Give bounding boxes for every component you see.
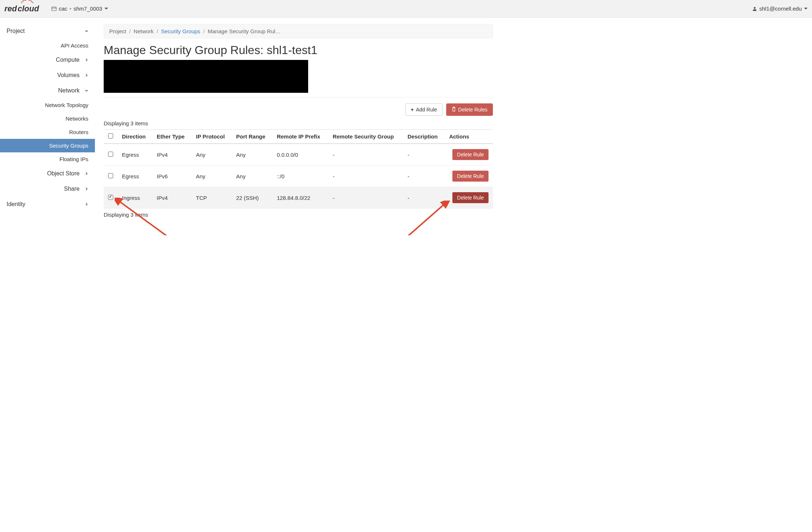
table-row: EgressIPv4AnyAny0.0.0.0/0--Delete Rule [104, 144, 493, 166]
nav-network-topology[interactable]: Network Topology [0, 98, 95, 112]
plus-icon: + [411, 107, 414, 113]
chevron-down-icon [85, 89, 88, 92]
col-direction[interactable]: Direction [118, 130, 152, 144]
cell-remote-ip: ::/0 [272, 166, 328, 187]
cell-port-range: Any [232, 144, 272, 166]
project-domain: cac [59, 5, 67, 12]
crumb-sep: / [203, 28, 205, 34]
row-checkbox[interactable] [108, 173, 113, 178]
nav-identity[interactable]: Identity [0, 197, 95, 212]
delete-rules-button[interactable]: Delete Rules [446, 103, 493, 116]
col-remote-ip[interactable]: Remote IP Prefix [272, 130, 328, 144]
add-rule-button[interactable]: + Add Rule [405, 103, 443, 116]
cloud-icon [20, 0, 35, 5]
col-port-range[interactable]: Port Range [232, 130, 272, 144]
chevron-right-icon [85, 202, 88, 206]
cell-description: - [403, 166, 445, 187]
crumb-network[interactable]: Network [134, 28, 154, 34]
nav-api-access[interactable]: API Access [0, 39, 95, 52]
crumb-security-groups[interactable]: Security Groups [161, 28, 200, 34]
cell-ether-type: IPv4 [152, 144, 191, 166]
nav-security-groups[interactable]: Security Groups [0, 139, 95, 152]
cell-remote-ip: 0.0.0.0/0 [272, 144, 328, 166]
nav-networks[interactable]: Networks [0, 112, 95, 125]
cell-remote-ip: 128.84.8.0/22 [272, 187, 328, 209]
nav-floating-ips[interactable]: Floating IPs [0, 152, 95, 166]
cell-remote-sg: - [328, 166, 403, 187]
cell-port-range: 22 (SSH) [232, 187, 272, 209]
nav-object-store[interactable]: Object Store [0, 166, 95, 181]
cell-remote-sg: - [328, 144, 403, 166]
chevron-right-icon [85, 58, 88, 62]
chevron-down-icon [85, 29, 88, 33]
select-all-checkbox[interactable] [108, 133, 113, 138]
redacted-block [104, 60, 308, 93]
logo-text-cloud-label: cloud [18, 4, 39, 13]
crumb-sep: / [129, 28, 131, 34]
svg-rect-0 [52, 7, 56, 11]
annotation-arrow-left [115, 198, 173, 235]
chevron-right-icon [85, 187, 88, 191]
nav-compute-label: Compute [56, 57, 80, 63]
col-ether-type[interactable]: Ether Type [152, 130, 191, 144]
col-description[interactable]: Description [403, 130, 445, 144]
nav-volumes[interactable]: Volumes [0, 68, 95, 83]
nav-share[interactable]: Share [0, 181, 95, 197]
project-sep: • [69, 5, 71, 12]
caret-down-icon [804, 8, 808, 10]
user-menu[interactable]: shl1@cornell.edu [752, 5, 808, 12]
svg-line-3 [118, 201, 169, 235]
chevron-right-icon [85, 172, 88, 175]
crumb-sep: / [157, 28, 158, 34]
project-name: shm7_0003 [74, 5, 102, 12]
breadcrumb: Project / Network / Security Groups / Ma… [104, 24, 493, 38]
display-count-top: Displaying 3 items [104, 120, 493, 126]
cell-direction: Egress [118, 144, 152, 166]
delete-rule-button[interactable]: Delete Rule [452, 149, 489, 160]
logo-text-red: red [4, 4, 17, 14]
main: Project / Network / Security Groups / Ma… [95, 18, 497, 235]
annotation-layer: Displaying 3 items Select the rule to de… [104, 212, 493, 218]
nav-project-label: Project [7, 28, 25, 34]
divider [104, 97, 493, 98]
rules-table: Direction Ether Type IP Protocol Port Ra… [104, 129, 493, 209]
table-row: EgressIPv6AnyAny::/0--Delete Rule [104, 166, 493, 187]
cell-ether-type: IPv6 [152, 166, 191, 187]
user-label: shl1@cornell.edu [759, 5, 802, 12]
table-header-row: Direction Ether Type IP Protocol Port Ra… [104, 130, 493, 144]
svg-point-2 [754, 7, 755, 9]
nav-routers[interactable]: Routers [0, 125, 95, 139]
nav-project[interactable]: Project [0, 23, 95, 39]
page-title: Manage Security Group Rules: shl1-test1 [104, 43, 493, 57]
col-ip-protocol[interactable]: IP Protocol [192, 130, 232, 144]
annotation-arrow-right [403, 201, 451, 235]
cell-ip-protocol: TCP [192, 187, 232, 209]
delete-rule-button[interactable]: Delete Rule [452, 192, 489, 203]
logo[interactable]: red cloud [4, 4, 39, 14]
delete-rules-label: Delete Rules [458, 107, 487, 113]
cell-remote-sg: - [328, 187, 403, 209]
col-remote-sg[interactable]: Remote Security Group [328, 130, 403, 144]
nav-network[interactable]: Network [0, 83, 95, 98]
svg-line-4 [407, 204, 445, 235]
nav-share-label: Share [64, 186, 80, 192]
caret-down-icon [104, 8, 108, 10]
row-checkbox[interactable] [108, 152, 113, 157]
cell-direction: Egress [118, 166, 152, 187]
nav-volumes-label: Volumes [57, 72, 80, 79]
delete-rule-button[interactable]: Delete Rule [452, 171, 489, 182]
nav-compute[interactable]: Compute [0, 52, 95, 68]
nav-network-label: Network [58, 87, 80, 94]
crumb-project[interactable]: Project [109, 28, 126, 34]
add-rule-label: Add Rule [416, 107, 437, 113]
row-checkbox[interactable] [108, 195, 113, 200]
chevron-right-icon [85, 73, 88, 77]
col-actions: Actions [445, 130, 493, 144]
project-selector[interactable]: cac • shm7_0003 [51, 5, 108, 12]
user-icon [752, 6, 757, 11]
topbar: red cloud cac • shm7_0003 shl1@cornell.e… [0, 0, 812, 18]
sidebar: Project API Access Compute Volumes Netwo… [0, 18, 95, 235]
logo-text-cloud: cloud [18, 4, 39, 14]
crumb-current: Manage Security Group Rul… [208, 28, 281, 34]
cell-ip-protocol: Any [192, 144, 232, 166]
